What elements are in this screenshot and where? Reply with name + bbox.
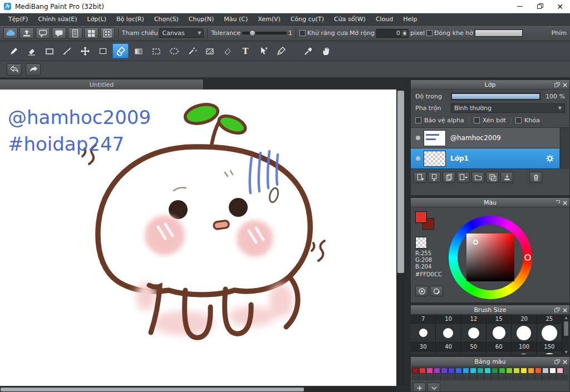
brush-size-cell[interactable]: 60 (487, 343, 512, 351)
palette-swatch[interactable] (463, 368, 469, 374)
palette-menu-button[interactable] (428, 383, 440, 392)
layer-list-scrollbar[interactable] (560, 128, 569, 169)
brush-preview[interactable] (537, 351, 562, 354)
brush-size-cell[interactable]: 100 (512, 343, 537, 351)
transparent-swatch[interactable] (415, 237, 427, 249)
redo-button[interactable] (26, 63, 41, 76)
brush-size-cell[interactable]: 20 (512, 315, 537, 324)
bucket-tool[interactable] (112, 43, 129, 58)
palette-swatch[interactable] (492, 368, 498, 374)
brush-preview[interactable] (487, 324, 512, 343)
brush-size-cell[interactable]: 7 (411, 315, 436, 324)
pen-tool[interactable] (273, 43, 289, 58)
tolerance-slider[interactable] (242, 32, 287, 34)
menu-item[interactable]: Help (398, 13, 422, 25)
palette-swatch[interactable] (542, 368, 549, 374)
fill-rectangle-tool[interactable] (95, 43, 111, 58)
close-icon[interactable]: × (562, 359, 568, 365)
popout-icon[interactable] (554, 307, 560, 312)
palette-swatch[interactable] (549, 368, 556, 374)
close-icon[interactable]: × (562, 82, 568, 88)
palette-swatch[interactable] (434, 368, 440, 374)
hue-marker[interactable] (524, 254, 531, 261)
palette-swatch[interactable] (419, 368, 426, 374)
close-icon[interactable]: × (562, 307, 568, 314)
brush-preview[interactable] (512, 324, 537, 343)
eraser-tool[interactable] (23, 43, 40, 58)
menu-item[interactable]: Lớp(L) (82, 13, 112, 25)
pattern-select-tool[interactable] (202, 43, 218, 58)
canvas-vertical-scrollbar[interactable] (397, 90, 405, 386)
menu-item[interactable]: Xem(V) (253, 13, 286, 25)
hand-tool[interactable] (318, 43, 334, 58)
layout-button[interactable] (84, 27, 99, 39)
eyedropper-tool[interactable] (300, 43, 316, 58)
brush-preview[interactable] (487, 351, 512, 354)
palette-swatch[interactable] (528, 368, 534, 374)
clipping-checkbox[interactable] (474, 117, 480, 123)
layer-down-button[interactable] (428, 172, 441, 183)
select-eraser-tool[interactable] (219, 43, 235, 58)
brush-preview[interactable] (436, 324, 461, 343)
opacity-slider[interactable] (451, 93, 540, 100)
brush-size-cell[interactable]: 12 (461, 315, 487, 324)
palette-swatch[interactable] (499, 368, 505, 374)
undo-button[interactable] (7, 63, 22, 76)
protect-alpha-checkbox[interactable] (415, 117, 421, 123)
lock-checkbox[interactable] (515, 117, 522, 123)
brush-preview[interactable] (436, 351, 461, 354)
vertical-scroll-thumb[interactable] (397, 91, 404, 273)
gradient-tool[interactable] (130, 43, 146, 58)
canvas[interactable]: @hamhoc2009 #hoidap247 (0, 90, 396, 386)
menu-item[interactable]: Cloud (371, 13, 398, 25)
brush-size-cell[interactable]: 150 (537, 343, 562, 351)
select-pen-tool[interactable] (255, 43, 271, 58)
rectangle-tool[interactable] (41, 43, 57, 58)
cloud-button[interactable] (3, 27, 18, 39)
foreground-color-swatch[interactable] (415, 211, 427, 223)
add-layer-button[interactable] (414, 172, 426, 183)
select-rectangle-tool[interactable] (148, 43, 164, 58)
delete-layer-button[interactable] (529, 172, 542, 183)
palette-swatch[interactable] (441, 368, 448, 374)
color-wheel-mode-button[interactable] (415, 286, 428, 296)
popout-icon[interactable] (554, 200, 560, 205)
layer-menu-button[interactable] (457, 172, 470, 183)
horizontal-scroll-thumb[interactable] (1, 388, 304, 391)
spinner-arrows-icon[interactable] (401, 30, 407, 37)
sv-marker[interactable] (473, 240, 478, 245)
maximize-button[interactable] (530, 0, 550, 13)
color-wheel[interactable] (449, 216, 532, 299)
minimize-button[interactable] (510, 0, 530, 13)
document-button[interactable] (68, 27, 82, 39)
brush-size-cell[interactable]: 30 (411, 343, 436, 351)
menu-item[interactable]: Màu (C) (219, 13, 253, 25)
palette-swatch[interactable] (412, 368, 419, 374)
palette-swatch[interactable] (513, 368, 520, 374)
reference-select[interactable]: Canvas ▼ (159, 28, 204, 38)
popout-icon[interactable] (554, 359, 560, 364)
brush-size-cell[interactable]: 25 (537, 315, 562, 324)
menu-item[interactable]: Công cụ(T) (286, 13, 329, 25)
brush-preview[interactable] (537, 324, 562, 343)
move-tool[interactable] (77, 43, 93, 58)
brush-size-cell[interactable]: 50 (461, 343, 487, 351)
scroll-down-icon[interactable]: ▼ (563, 350, 569, 354)
palette-swatch[interactable] (426, 368, 433, 374)
close-gap-checkbox[interactable] (426, 30, 433, 36)
material-button[interactable] (100, 27, 115, 39)
magic-wand-tool[interactable] (184, 43, 200, 58)
close-icon[interactable]: × (562, 200, 568, 206)
brush-size-cell[interactable]: 15 (487, 315, 512, 324)
visibility-dot[interactable] (416, 156, 420, 161)
antialias-checkbox[interactable] (299, 30, 306, 36)
palette-swatch[interactable] (484, 368, 491, 374)
saturation-value-square[interactable] (466, 234, 514, 281)
lasso-tool[interactable] (166, 43, 182, 58)
palette-swatch[interactable] (477, 368, 484, 374)
brush-preview[interactable] (512, 351, 537, 354)
snap-tool[interactable] (59, 43, 75, 58)
copy-layer-button[interactable] (486, 172, 499, 183)
duplicate-layer-button[interactable] (443, 172, 455, 183)
canvas-tab[interactable]: Untitled (0, 80, 204, 90)
